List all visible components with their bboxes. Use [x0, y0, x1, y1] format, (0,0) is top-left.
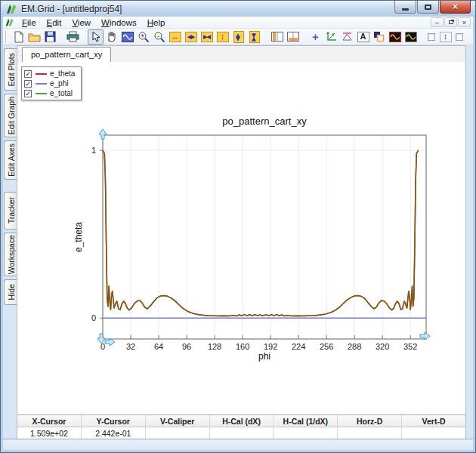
cursor-table-header: X-CursorY-CursorV-CaliperH-Cal (dX)H-Cal…: [17, 415, 465, 427]
caliper-button[interactable]: [339, 29, 355, 45]
crosshair-button[interactable]: +: [308, 29, 323, 45]
v-fit-right-checkbox: [456, 33, 463, 41]
arrows-out-y-button[interactable]: ◀▶: [230, 29, 246, 45]
window-title: EM.Grid - [untitledproj54]: [21, 4, 122, 14]
h-fit-left-checkbox[interactable]: [472, 29, 473, 45]
plot-panel: po_pattern_cart_xy 032649612816019222425…: [17, 45, 466, 439]
graph-style-gray-button[interactable]: [403, 29, 419, 45]
v-fit-left-checkbox[interactable]: [425, 29, 437, 45]
app-window: EM.Grid - [untitledproj54] × FileEditVie…: [0, 0, 476, 453]
v-fit-left-checkbox: [428, 33, 435, 41]
new-button[interactable]: [11, 29, 26, 45]
legend-row-e_theta: ✓e_theta: [24, 69, 79, 79]
menu-bar: FileEditViewWindowsHelp – ×: [3, 17, 473, 29]
legend-line-swatch: [36, 93, 47, 94]
cursor-table-values-cell: [402, 427, 465, 439]
minimize-icon: [402, 8, 409, 11]
axes-tool-button[interactable]: [323, 29, 339, 45]
sidebar-tab-label: Edit Plots: [7, 53, 16, 86]
menu-item-file[interactable]: File: [17, 17, 42, 28]
legend-checkbox-e_total[interactable]: ✓: [24, 90, 32, 97]
app-logo-icon: [5, 3, 17, 15]
svg-text:e_theta: e_theta: [73, 222, 84, 252]
sidebar-tab-label: Workspace: [7, 235, 16, 274]
select-button[interactable]: [88, 29, 104, 45]
expand-x-icon: ↔: [169, 32, 181, 42]
svg-text:32: 32: [126, 342, 135, 351]
mdi-close-button[interactable]: ×: [458, 17, 471, 27]
close-button[interactable]: ×: [440, 1, 471, 14]
sidebar-tab-workspace[interactable]: Workspace: [4, 233, 17, 276]
select-icon: [91, 31, 100, 42]
zoom-out-button[interactable]: -: [151, 29, 167, 45]
save-button[interactable]: [42, 29, 58, 45]
menu-item-view[interactable]: View: [66, 17, 96, 28]
cursor-table-header-cell: V-Caliper: [146, 415, 210, 427]
mdi-restore-icon: [449, 20, 453, 24]
sidebar-tab-edit-axes[interactable]: Edit Axes: [4, 140, 17, 180]
sidebar-tab-label: Edit Axes: [7, 143, 16, 177]
arrows-in-x-button[interactable]: ▶◀: [199, 29, 215, 45]
cursor-readout-table: X-CursorY-CursorV-CaliperH-Cal (dX)H-Cal…: [17, 414, 465, 438]
zoom-out-icon: -: [153, 31, 165, 43]
graph-style-red-button[interactable]: [387, 29, 403, 45]
zoom-in-icon: +: [138, 31, 150, 43]
cursor-table-values-cell: 1.509e+02: [17, 427, 82, 439]
sidebar-tab-tracker[interactable]: Tracker: [4, 192, 17, 230]
svg-text:224: 224: [292, 342, 305, 351]
sidebar-tab-hide[interactable]: Hide: [4, 279, 17, 305]
mdi-workspace: Edit PlotsEdit GraphEdit AxesTrackerWork…: [3, 45, 473, 439]
menu-item-edit[interactable]: Edit: [42, 17, 67, 28]
pan-up-arrow[interactable]: [99, 129, 107, 139]
open-button[interactable]: [26, 29, 42, 45]
legend-checkbox-e_phi[interactable]: ✓: [24, 80, 32, 88]
pan-button[interactable]: [104, 29, 119, 45]
svg-text:128: 128: [208, 342, 221, 351]
svg-text:64: 64: [154, 342, 163, 351]
expand-x-button[interactable]: ↔: [167, 29, 183, 45]
zoom-region-button[interactable]: [119, 29, 135, 45]
svg-text:-: -: [157, 32, 159, 39]
split-bottom-pane-button[interactable]: [285, 29, 301, 45]
pan-icon: [106, 31, 117, 42]
print-button[interactable]: [65, 29, 81, 45]
expand-y-icon: ↕: [217, 32, 229, 42]
cursor-table-values-cell: [274, 427, 338, 439]
split-left-pane-button[interactable]: [269, 29, 285, 45]
v-fit-right-checkbox[interactable]: [453, 29, 465, 45]
snapshot-button[interactable]: [371, 29, 387, 45]
sidebar-tab-edit-graph[interactable]: Edit Graph: [4, 94, 17, 137]
sidebar-tab-label: Edit Graph: [7, 97, 16, 134]
menu-item-help[interactable]: Help: [142, 17, 171, 28]
crosshair-icon: +: [312, 30, 319, 43]
zoom-in-button[interactable]: +: [135, 29, 151, 45]
cursor-table-values-cell: [210, 427, 274, 439]
sidebar-tab-label: Hide: [7, 284, 16, 300]
sidebar-tab-edit-plots[interactable]: Edit Plots: [4, 48, 17, 91]
title-bar[interactable]: EM.Grid - [untitledproj54] ×: [1, 1, 475, 17]
svg-text:192: 192: [264, 342, 277, 351]
arrows-in-y-button[interactable]: ▶◀: [246, 29, 262, 45]
legend-label: e_phi: [50, 79, 68, 88]
close-icon: ×: [453, 2, 458, 11]
menu-item-windows[interactable]: Windows: [96, 17, 142, 28]
v-fit-button[interactable]: ↕: [437, 29, 453, 45]
mdi-restore-button[interactable]: [444, 17, 457, 27]
arrows-out-x-button[interactable]: ◀▶: [183, 29, 199, 45]
svg-text:256: 256: [320, 342, 333, 351]
cursor-table-header-cell: Vert-D: [402, 415, 465, 427]
text-tool-button[interactable]: A: [355, 29, 371, 45]
cursor-table-header-cell: X-Cursor: [17, 415, 82, 427]
svg-text:96: 96: [182, 342, 191, 351]
maximize-button[interactable]: [417, 1, 439, 14]
cursor-table-values-cell: [338, 427, 402, 439]
expand-y-button[interactable]: ↕: [215, 29, 230, 45]
legend-checkbox-e_theta[interactable]: ✓: [24, 70, 32, 78]
minimize-button[interactable]: [394, 1, 416, 14]
caliper-icon: [342, 32, 353, 42]
open-icon: [28, 32, 41, 42]
toolbar-grip[interactable]: [5, 31, 7, 43]
text-tool-icon: A: [357, 32, 369, 42]
arrows-in-y-icon: ▶◀: [249, 31, 260, 43]
mdi-minimize-button[interactable]: –: [431, 17, 444, 27]
